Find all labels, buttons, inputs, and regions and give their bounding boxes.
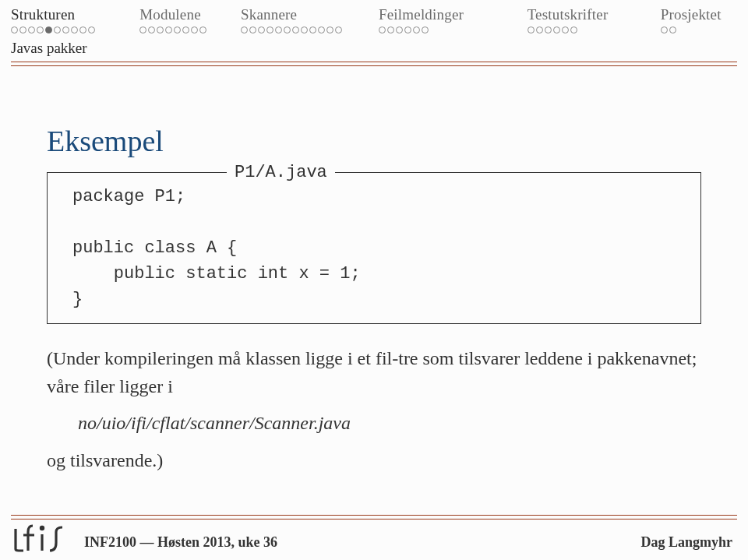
progress-dot[interactable]: [387, 26, 394, 33]
nav-section-modulene[interactable]: Modulene: [139, 6, 241, 33]
progress-dot[interactable]: [191, 26, 198, 33]
progress-dot[interactable]: [335, 26, 342, 33]
progress-dot[interactable]: [54, 26, 61, 33]
progress-dot[interactable]: [422, 26, 429, 33]
progress-dot[interactable]: [536, 26, 543, 33]
progress-dot[interactable]: [396, 26, 403, 33]
progress-dot[interactable]: [562, 26, 569, 33]
progress-dot[interactable]: [241, 26, 248, 33]
progress-dot[interactable]: [413, 26, 420, 33]
progress-dot[interactable]: [266, 26, 273, 33]
progress-dot[interactable]: [404, 26, 411, 33]
progress-dot[interactable]: [249, 26, 256, 33]
nav-section-prosjektet[interactable]: Prosjektet: [661, 6, 737, 33]
progress-dot[interactable]: [553, 26, 560, 33]
progress-dots: [661, 26, 676, 33]
footer-left-text: INF2100 — Høsten 2013, uke 36: [84, 534, 277, 552]
progress-dot[interactable]: [165, 26, 172, 33]
progress-dot[interactable]: [71, 26, 78, 33]
progress-dot[interactable]: [37, 26, 44, 33]
progress-dots: [139, 26, 206, 33]
progress-dot[interactable]: [79, 26, 86, 33]
progress-dot[interactable]: [28, 26, 35, 33]
nav-section-strukturen[interactable]: Strukturen: [11, 6, 139, 33]
code-box: P1/A.java package P1; public class A { p…: [47, 172, 701, 324]
top-nav: StrukturenModuleneSkannereFeilmeldingerT…: [0, 0, 748, 35]
progress-dot[interactable]: [62, 26, 69, 33]
nav-section-testutskrifter[interactable]: Testutskrifter: [527, 6, 661, 33]
nav-label: Prosjektet: [661, 6, 722, 24]
nav-section-skannere[interactable]: Skannere: [241, 6, 379, 33]
code-content: package P1; public class A { public stat…: [72, 184, 686, 312]
nav-label: Modulene: [139, 6, 201, 24]
progress-dot[interactable]: [309, 26, 316, 33]
progress-dot[interactable]: [301, 26, 308, 33]
subheader: Javas pakker: [0, 35, 748, 60]
nav-label: Skannere: [241, 6, 297, 24]
progress-dot[interactable]: [275, 26, 282, 33]
progress-dot[interactable]: [284, 26, 291, 33]
progress-dot[interactable]: [182, 26, 189, 33]
paragraph-2: og tilsvarende.): [47, 446, 701, 474]
progress-dot[interactable]: [199, 26, 206, 33]
progress-dot[interactable]: [661, 26, 668, 33]
progress-dot[interactable]: [545, 26, 552, 33]
progress-dot[interactable]: [88, 26, 95, 33]
progress-dot[interactable]: [379, 26, 386, 33]
progress-dot[interactable]: [174, 26, 181, 33]
progress-dot[interactable]: [157, 26, 164, 33]
file-path: no/uio/ifi/cflat/scanner/Scanner.java: [78, 413, 701, 434]
progress-dots: [241, 26, 342, 33]
code-box-label: P1/A.java: [227, 163, 335, 182]
nav-label: Testutskrifter: [527, 6, 609, 24]
ifi-logo-icon: [11, 523, 70, 552]
progress-dot[interactable]: [148, 26, 155, 33]
progress-dot[interactable]: [318, 26, 325, 33]
footer-right-text: Dag Langmyhr: [640, 534, 732, 552]
progress-dot[interactable]: [11, 26, 18, 33]
nav-section-feilmeldinger[interactable]: Feilmeldinger: [379, 6, 527, 33]
progress-dot[interactable]: [527, 26, 535, 33]
progress-dot[interactable]: [19, 26, 26, 33]
slide-content: Eksempel P1/A.java package P1; public cl…: [0, 66, 748, 474]
progress-dot[interactable]: [45, 26, 52, 33]
paragraph-1: (Under kompileringen må klassen ligge i …: [47, 344, 701, 400]
progress-dots: [379, 26, 429, 33]
progress-dot[interactable]: [570, 26, 577, 33]
progress-dots: [527, 26, 577, 33]
progress-dot[interactable]: [326, 26, 333, 33]
footer: INF2100 — Høsten 2013, uke 36 Dag Langmy…: [0, 515, 748, 560]
progress-dot[interactable]: [258, 26, 265, 33]
slide-title: Eksempel: [47, 124, 701, 158]
progress-dot[interactable]: [139, 26, 146, 33]
progress-dots: [11, 26, 95, 33]
progress-dot[interactable]: [669, 26, 676, 33]
nav-label: Strukturen: [11, 6, 75, 24]
nav-label: Feilmeldinger: [379, 6, 464, 24]
progress-dot[interactable]: [292, 26, 299, 33]
svg-point-0: [40, 526, 44, 530]
